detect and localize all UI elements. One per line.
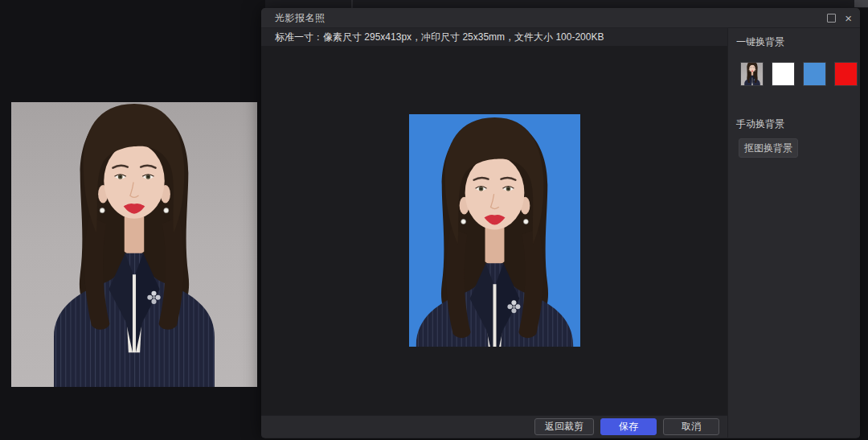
photo-spec-text: 标准一寸：像素尺寸 295x413px，冲印尺寸 25x35mm，文件大小 10… [275, 31, 604, 44]
background-swatch-row [740, 62, 860, 86]
dialog-body: 标准一寸：像素尺寸 295x413px，冲印尺寸 25x35mm，文件大小 10… [261, 28, 860, 438]
swatch-red[interactable] [834, 62, 858, 86]
dialog-title: 光影报名照 [275, 11, 326, 25]
central-column: 标准一寸：像素尺寸 295x413px，冲印尺寸 25x35mm，文件大小 10… [261, 28, 727, 438]
maximize-icon[interactable] [827, 14, 836, 23]
swatch-original-photo[interactable] [740, 62, 764, 86]
dialog-footer: 返回裁剪 保存 取消 [261, 415, 727, 438]
back-to-crop-button[interactable]: 返回裁剪 [534, 418, 594, 435]
cancel-button[interactable]: 取消 [663, 418, 719, 435]
cutout-background-button[interactable]: 抠图换背景 [739, 138, 798, 158]
window-controls: × [827, 14, 852, 23]
close-icon[interactable]: × [845, 14, 852, 23]
background-window-control [854, 0, 868, 7]
preview-photo-image [409, 114, 580, 347]
photo-dialog: 光影报名照 × 标准一寸：像素尺寸 295x413px，冲印尺寸 25x35mm… [261, 8, 860, 438]
background-toolbar-divider [351, 0, 353, 8]
background-sidebar: 一键换背景 手动换背景 抠图换背景 [727, 28, 860, 438]
swatch-photo-thumbnail [741, 63, 764, 86]
one-click-background-title: 一键换背景 [736, 35, 860, 49]
manual-background-title: 手动换背景 [736, 117, 860, 131]
swatch-blue[interactable] [803, 62, 826, 86]
original-photo-image [11, 102, 257, 387]
swatch-white[interactable] [772, 62, 795, 86]
dialog-titlebar: 光影报名照 × [261, 8, 860, 28]
preview-area [261, 46, 727, 415]
preview-photo [409, 114, 580, 347]
info-bar: 标准一寸：像素尺寸 295x413px，冲印尺寸 25x35mm，文件大小 10… [261, 28, 727, 46]
original-photo [11, 102, 257, 387]
background-app-toolbar [265, 0, 868, 8]
save-button[interactable]: 保存 [600, 418, 657, 435]
